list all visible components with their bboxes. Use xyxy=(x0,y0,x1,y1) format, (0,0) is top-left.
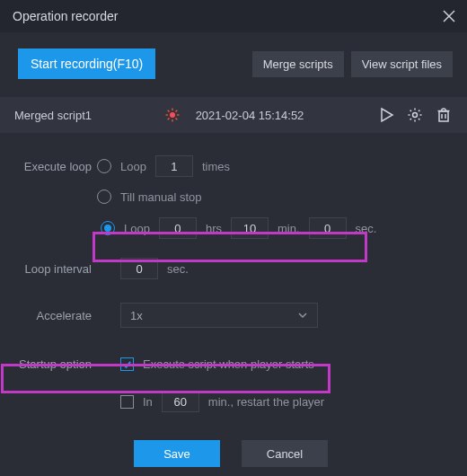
accelerate-label: Accelerate xyxy=(9,309,97,322)
loop-hrs-suffix: hrs xyxy=(206,222,222,235)
loop-duration-radio[interactable] xyxy=(101,221,115,235)
loop-times-radio[interactable] xyxy=(97,159,111,173)
loop-interval-suffix: sec. xyxy=(167,262,189,276)
svg-rect-13 xyxy=(439,111,448,121)
restart-suffix: min., restart the player xyxy=(208,395,324,409)
cancel-button[interactable]: Cancel xyxy=(242,440,328,467)
restart-prefix: In xyxy=(143,395,153,409)
chevron-down-icon xyxy=(297,310,308,321)
settings-button[interactable] xyxy=(406,106,424,124)
top-actions: Start recording(F10) Merge scripts View … xyxy=(0,32,467,97)
loop-duration-text: Loop xyxy=(124,222,150,235)
startup-option-label: Startup option xyxy=(9,357,97,371)
svg-line-17 xyxy=(441,109,442,110)
execute-loop-row-2: Till manual stop xyxy=(9,181,453,212)
accelerate-select[interactable]: 1x xyxy=(120,303,318,328)
till-manual-stop-text: Till manual stop xyxy=(120,190,202,204)
svg-line-10 xyxy=(167,119,169,120)
titlebar: Operation recorder xyxy=(0,0,467,32)
accelerate-row: Accelerate 1x xyxy=(9,300,453,331)
start-recording-button[interactable]: Start recording(F10) xyxy=(18,48,155,79)
loop-interval-row: Loop interval sec. xyxy=(9,253,453,284)
exec-on-start-text: Execute script when player starts xyxy=(143,357,314,371)
play-button[interactable] xyxy=(377,106,395,124)
delete-button[interactable] xyxy=(435,106,453,124)
loop-sec-suffix: sec. xyxy=(356,222,377,235)
execute-loop-row-1: Execute loop Loop times xyxy=(9,151,453,181)
loop-interval-input[interactable] xyxy=(120,258,158,279)
startup-option-row: Startup option Execute script when playe… xyxy=(9,348,453,379)
svg-line-7 xyxy=(167,110,169,112)
loop-times-input[interactable] xyxy=(155,155,193,177)
footer: Save Cancel xyxy=(9,417,453,467)
svg-line-9 xyxy=(175,110,177,112)
view-script-files-button[interactable]: View script files xyxy=(351,51,453,77)
exec-on-start-checkbox[interactable] xyxy=(120,357,134,371)
execute-loop-label: Execute loop xyxy=(9,160,97,173)
loop-times-text: Loop xyxy=(120,160,146,173)
loop-min-input[interactable] xyxy=(231,217,269,239)
svg-point-2 xyxy=(170,112,175,118)
restart-min-input[interactable] xyxy=(162,391,199,412)
restart-checkbox[interactable] xyxy=(120,395,134,409)
script-timestamp: 2021-02-04 15:14:52 xyxy=(190,109,304,122)
execute-loop-row-3: Loop hrs min. sec. xyxy=(9,212,453,244)
svg-line-18 xyxy=(445,109,445,110)
accelerate-value: 1x xyxy=(130,309,143,322)
merge-scripts-button[interactable]: Merge scripts xyxy=(252,51,344,77)
loop-sec-input[interactable] xyxy=(309,217,347,239)
loop-interval-label: Loop interval xyxy=(9,262,97,276)
save-button[interactable]: Save xyxy=(134,440,220,467)
window-title: Operation recorder xyxy=(13,9,119,23)
loop-min-suffix: min. xyxy=(278,222,300,235)
script-bar: Merged script1 2021-02-04 15:14:52 xyxy=(0,97,467,133)
svg-point-12 xyxy=(412,113,417,118)
loop-hrs-input[interactable] xyxy=(159,217,197,239)
close-button[interactable] xyxy=(442,9,456,23)
script-name: Merged script1 xyxy=(14,109,92,122)
form-content: Execute loop Loop times Till manual stop… xyxy=(0,133,467,467)
svg-marker-11 xyxy=(382,109,392,121)
restart-row: In min., restart the player xyxy=(9,386,453,417)
loop-times-suffix: times xyxy=(202,160,230,173)
till-manual-stop-radio[interactable] xyxy=(97,190,111,204)
svg-line-8 xyxy=(175,119,177,120)
record-indicator-icon xyxy=(165,108,180,122)
